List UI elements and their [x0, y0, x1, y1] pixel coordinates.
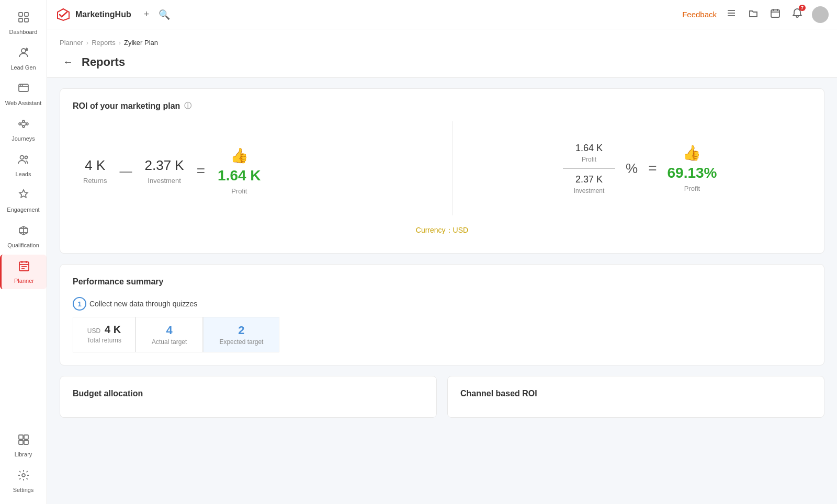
engagement-icon [17, 189, 30, 204]
sidebar-item-journeys[interactable]: Journeys [0, 112, 47, 147]
breadcrumb-planner[interactable]: Planner [60, 39, 83, 47]
breadcrumb: Planner › Reports › Zylker Plan [60, 33, 824, 51]
currency-note: Currency：USD [73, 226, 811, 240]
svg-point-11 [22, 85, 23, 86]
svg-rect-34 [19, 440, 23, 444]
expected-target-value: 2 [238, 324, 244, 337]
svg-point-14 [26, 123, 28, 125]
content-area: Planner › Reports › Zylker Plan ← Report… [47, 29, 837, 504]
svg-rect-33 [24, 435, 28, 439]
sidebar-item-lead-gen[interactable]: Lead Gen [0, 41, 47, 76]
cards-area: ROI of your marketing plan ⓘ 4 K Returns… [47, 78, 837, 428]
roi-formula-left: 4 K Returns — 2.37 K Investment = 👍 1.64… [73, 142, 437, 195]
actual-target-label: Actual target [152, 338, 187, 346]
expected-target-label: Expected target [219, 338, 263, 346]
search-button[interactable]: 🔍 [156, 7, 172, 22]
returns-value: 4 K [85, 157, 105, 174]
budget-card-title: Budget allocation [73, 389, 424, 398]
sidebar-item-dashboard[interactable]: Dashboard [0, 6, 47, 40]
info-icon[interactable]: ⓘ [184, 101, 191, 111]
fraction-line [563, 168, 615, 169]
profit-label: Profit [231, 187, 247, 195]
profit-pct-label: Profit [684, 185, 700, 192]
perf-item-title: Collect new data through quizzes [89, 300, 197, 308]
sidebar: Dashboard Lead Gen Web Assistant [0, 0, 47, 504]
sidebar-item-qualification[interactable]: Qualification [0, 219, 47, 254]
investment-label: Investment [148, 177, 181, 185]
sidebar-item-label: Planner [14, 278, 34, 284]
svg-point-12 [19, 123, 21, 125]
minus-operator: — [120, 164, 132, 178]
sidebar-item-web-assistant[interactable]: Web Assistant [0, 77, 47, 111]
svg-line-18 [25, 124, 26, 125]
notifications-button[interactable]: 7 [790, 6, 805, 23]
qualification-icon [17, 224, 30, 240]
breadcrumb-current: Zylker Plan [124, 39, 158, 47]
percent-symbol: % [626, 161, 638, 177]
list-view-button[interactable] [724, 6, 739, 23]
topbar-actions: + 🔍 [142, 7, 173, 22]
returns-label: Returns [83, 177, 107, 185]
svg-point-13 [22, 120, 25, 122]
performance-item: 1 Collect new data through quizzes USD 4… [73, 297, 811, 352]
svg-line-16 [21, 122, 22, 123]
profit-value: 1.64 K [218, 167, 261, 184]
svg-point-36 [22, 474, 25, 477]
svg-rect-32 [19, 435, 23, 439]
roi-pct-item: 👍 69.13% Profit [668, 144, 717, 192]
roi-divider [453, 121, 453, 215]
sidebar-item-engagement[interactable]: Engagement [0, 184, 47, 218]
svg-point-10 [20, 85, 21, 86]
folder-button[interactable] [746, 6, 761, 23]
lead-gen-icon [17, 47, 30, 62]
app-logo[interactable]: MarketingHub [55, 7, 131, 22]
web-assistant-icon [17, 82, 30, 98]
svg-line-19 [21, 124, 22, 125]
perf-metrics-row: USD 4 K Total returns 4 Actual target 2 … [73, 317, 811, 352]
roi-content: 4 K Returns — 2.37 K Investment = 👍 1.64… [73, 121, 811, 215]
add-button[interactable]: + [142, 7, 152, 22]
investment-value: 2.37 K [145, 157, 184, 174]
avatar[interactable] [812, 6, 829, 23]
actual-target-value: 4 [166, 324, 173, 337]
equals-right: = [648, 160, 657, 177]
sidebar-item-leads[interactable]: Leads [0, 148, 47, 182]
page-title: Reports [82, 55, 125, 69]
equals-operator: = [197, 163, 205, 179]
main-area: MarketingHub + 🔍 Feedback [47, 0, 837, 504]
svg-rect-0 [19, 13, 22, 16]
total-value: 4 K [105, 324, 121, 336]
perf-circle: 1 [73, 297, 86, 311]
sidebar-item-label: Qualification [7, 242, 39, 248]
back-button[interactable]: ← [60, 55, 76, 69]
planner-icon [18, 260, 30, 276]
sidebar-item-settings[interactable]: Settings [0, 464, 47, 498]
svg-point-20 [20, 156, 24, 159]
actual-target-box: 4 Actual target [135, 317, 203, 352]
notification-badge: 7 [799, 5, 806, 11]
dashboard-icon [17, 11, 30, 27]
fraction-bottom-value: 2.37 K [575, 174, 603, 185]
roi-profit-item: 👍 1.64 K Profit [218, 147, 261, 195]
svg-point-21 [25, 156, 27, 159]
sidebar-item-label: Dashboard [9, 29, 38, 35]
sidebar-item-library[interactable]: Library [0, 428, 47, 463]
thumb-up-right-icon: 👍 [683, 144, 701, 162]
library-icon [17, 433, 30, 449]
total-returns-label: Total returns [87, 337, 121, 344]
roi-fraction: 1.64 K Profit 2.37 K Investment [563, 143, 615, 194]
svg-point-15 [22, 125, 25, 128]
svg-rect-2 [19, 18, 22, 22]
budget-allocation-card: Budget allocation [60, 376, 437, 418]
profit-pct-value: 69.13% [668, 165, 717, 181]
calendar-button[interactable] [768, 6, 783, 23]
sidebar-item-planner[interactable]: Planner [0, 255, 47, 289]
sidebar-item-label: Web Assistant [5, 100, 42, 106]
page-title-row: ← Reports [60, 51, 824, 77]
feedback-button[interactable]: Feedback [682, 10, 717, 19]
topbar: MarketingHub + 🔍 Feedback [47, 0, 837, 29]
svg-rect-35 [24, 440, 28, 444]
breadcrumb-reports[interactable]: Reports [92, 39, 116, 47]
leads-icon [17, 153, 30, 169]
performance-card-title: Performance summary [73, 277, 811, 287]
